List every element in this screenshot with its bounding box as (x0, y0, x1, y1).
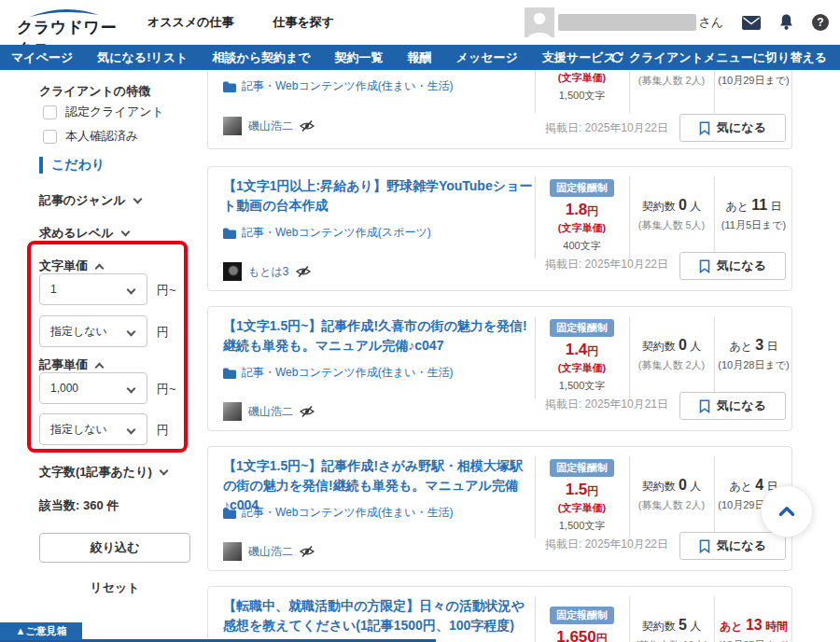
article-price-min-select[interactable]: 1,000 (39, 372, 147, 404)
scroll-to-top-button[interactable] (761, 485, 813, 537)
job-card[interactable]: 【転職中、就職活動中の方限定】日々の活動状況や感想を教えてください(1記事150… (207, 586, 792, 642)
feedback-box-button[interactable]: ▲ご意見箱 (0, 622, 82, 640)
help-button[interactable] (812, 14, 829, 31)
posted-date: 掲載日: 2025年10月22日 (545, 537, 668, 552)
bell-icon (779, 14, 793, 31)
client-avatar (223, 262, 242, 281)
navbar-item-messages[interactable]: メッセージ (456, 49, 518, 66)
checkbox-identity-verified[interactable]: 本人確認済み (43, 128, 138, 145)
filter-article-price[interactable]: 記事単価 (39, 356, 103, 373)
job-card[interactable]: 【1文字1円以上:昇給あり】野球雑学YouTubeショート動画の台本作成 記事・… (207, 166, 792, 291)
navbar-item-mypage[interactable]: マイページ (11, 49, 73, 66)
nav-find-jobs[interactable]: 仕事を探す (273, 14, 335, 31)
article-price-max-select[interactable]: 指定しない (39, 413, 147, 445)
job-title-link[interactable]: 【転職中、就職活動中の方限定】日々の活動状況や感想を教えてください(1記事150… (223, 596, 535, 635)
job-title-link[interactable]: 【1文字1円以上:昇給あり】野球雑学YouTubeショート動画の台本作成 (223, 176, 535, 216)
chevron-down-icon (127, 327, 136, 336)
kodawari-section-header[interactable]: こだわり (39, 157, 105, 174)
level-label: 求めるレベル (39, 226, 114, 240)
char-price-max-value: 指定しない (50, 324, 107, 340)
chevron-down-icon (133, 195, 142, 204)
char-count-label: 文字数(1記事あたり) (39, 465, 152, 479)
deadline-note: (11月5日まで) (716, 218, 791, 232)
navbar-item-consult-to-contract[interactable]: 相談から契約まで (212, 49, 310, 66)
navbar-item-contracts[interactable]: 契約一覧 (335, 49, 384, 66)
divider (714, 456, 715, 538)
char-count: 400文字 (537, 239, 627, 253)
favorite-button[interactable]: 気になる (679, 532, 786, 560)
fixed-reward-badge: 固定報酬制 (550, 319, 614, 337)
contract-column: 契約数 0 人 (募集人数 2人) (631, 477, 712, 512)
client-name: 磯山浩二 (248, 404, 293, 420)
navbar-item-rewards[interactable]: 報酬 (408, 49, 432, 66)
client-link[interactable]: 磯山浩二 (223, 402, 315, 421)
avatar[interactable] (525, 7, 554, 37)
notifications-button[interactable] (779, 14, 793, 31)
contract-column: 契約数 0 人 (募集人数 5人) (631, 197, 712, 232)
client-link[interactable]: もとは3 (223, 262, 311, 281)
switch-client-menu-label: クライアントメニューに切り替える (629, 49, 827, 66)
switch-client-menu-button[interactable]: クライアントメニューに切り替える (611, 45, 827, 70)
favorite-button[interactable]: 気になる (679, 392, 786, 420)
job-category-link[interactable]: 記事・Webコンテンツ作成(住まい・生活) (223, 78, 453, 94)
price: 1.4円 (537, 341, 627, 359)
posted-value: 2025年10月21日 (585, 398, 668, 411)
deadline-column: あと 3 日 (10月28日まで) (716, 337, 791, 372)
client-avatar (223, 402, 242, 421)
deadline: あと 13 時間 (716, 617, 791, 635)
bookmark-icon (699, 259, 710, 273)
filter-required-level[interactable]: 求めるレベル (39, 225, 129, 242)
recruit-note: (募集人数 2人) (631, 358, 712, 372)
filter-article-genre[interactable]: 記事のジャンル (39, 192, 141, 209)
divider (714, 316, 715, 398)
char-count: 1,500文字 (537, 519, 627, 533)
chevron-down-icon (159, 467, 168, 476)
navbar-item-favorites-list[interactable]: 気になる!リスト (97, 49, 188, 66)
reset-button[interactable]: リセット (39, 579, 190, 596)
price-unit: 円 (587, 204, 598, 217)
favorite-label: 気になる (717, 398, 766, 414)
client-link[interactable]: 磯山浩二 (223, 542, 315, 561)
unit-price-label: (文字単価) (537, 71, 627, 85)
filter-char-count[interactable]: 文字数(1記事あたり) (39, 464, 167, 481)
contract-count: 契約数 0 人 (631, 197, 712, 215)
job-card[interactable]: 【1文字1.5円~】記事作成!久喜市の街の魅力を発信!継続も単発も。マニュアル完… (207, 306, 792, 431)
unit-price-label: (文字単価) (537, 361, 627, 375)
navbar-item-support-services[interactable]: 支援サービス (542, 49, 616, 66)
nav-recommended-jobs[interactable]: オススメの仕事 (147, 14, 234, 31)
job-title-link[interactable]: 【1文字1.5円~】記事作成!久喜市の街の魅力を発信!継続も単発も。マニュアル完… (223, 316, 535, 356)
folder-icon (223, 228, 236, 239)
job-card-partial[interactable]: 記事・Webコンテンツ作成(住まい・生活) (文字単価) 1,500文字 (募集… (207, 70, 792, 149)
divider (629, 176, 630, 258)
job-category-link[interactable]: 記事・Webコンテンツ作成(住まい・生活) (223, 365, 453, 381)
price-value: 1.4 (566, 341, 588, 358)
payment-column: 固定報酬制 1.5円 (文字単価) 1,500文字 (537, 458, 627, 533)
favorite-button[interactable]: 気になる (679, 114, 786, 142)
job-card[interactable]: 【1文字1.5円~】記事作成!さがみ野駅・相模大塚駅の街の魅力を発信!継続も単発… (207, 446, 792, 571)
job-category-link[interactable]: 記事・Webコンテンツ作成(スポーツ) (223, 225, 431, 241)
username-redacted (558, 14, 696, 31)
posted-date: 掲載日: 2025年10月22日 (545, 120, 668, 136)
char-price-min-select[interactable]: 1 (39, 273, 147, 305)
favorite-button[interactable]: 気になる (679, 252, 786, 280)
checkbox-box[interactable] (43, 130, 57, 144)
top-header: クラウドワークス オススメの仕事 仕事を探す さん (0, 0, 840, 45)
char-price-max-select[interactable]: 指定しない (39, 315, 147, 347)
checkbox-box[interactable] (43, 105, 57, 119)
messages-button[interactable] (742, 16, 761, 30)
price-value: 1.8 (566, 201, 588, 218)
folder-icon (223, 368, 236, 379)
article-price-title: 記事単価 (39, 357, 88, 371)
job-category-link[interactable]: 記事・Webコンテンツ作成(住まい・生活) (223, 505, 453, 521)
client-avatar (223, 117, 242, 135)
checkbox-certified-client[interactable]: 認定クライアント (43, 104, 164, 120)
divider (535, 456, 536, 538)
main-navbar: マイページ 気になる!リスト 相談から契約まで 契約一覧 報酬 メッセージ 支援… (0, 45, 840, 70)
client-link[interactable]: 磯山浩二 (223, 117, 315, 135)
price-value: 1.5 (566, 481, 588, 498)
checkbox-label: 認定クライアント (65, 104, 164, 120)
chevron-down-icon (127, 285, 136, 294)
contract-column: 契約数 5 人 (募集人数 10人) (631, 617, 712, 642)
apply-filter-button[interactable]: 絞り込む (39, 533, 190, 563)
filter-char-price[interactable]: 文字単価 (39, 258, 103, 274)
